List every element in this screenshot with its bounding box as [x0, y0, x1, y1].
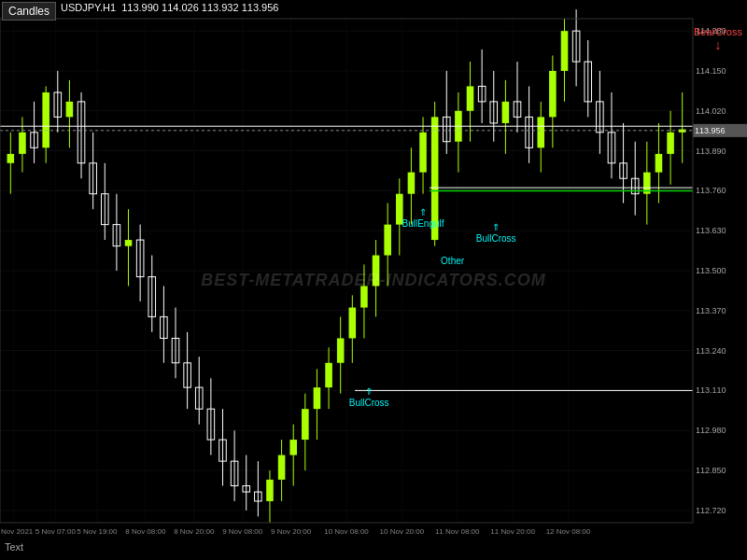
chart-container: Candles USDJPY.H1 113.990 114.026 113.93…	[0, 0, 747, 560]
candles-label[interactable]: Candles	[2, 2, 56, 21]
ohlc-label: USDJPY.H1 113.990 114.026 113.932 113.95…	[61, 2, 278, 13]
watermark: BEST-METATRADER-INDICATORS.COM	[201, 271, 546, 290]
bearcross-label: BearCross ↓	[694, 26, 742, 52]
text-label: Text	[5, 541, 23, 553]
